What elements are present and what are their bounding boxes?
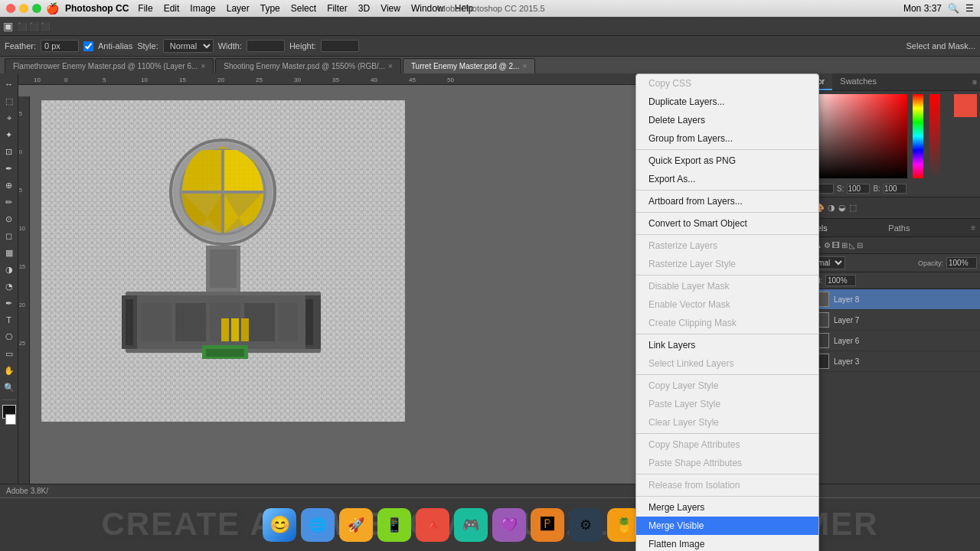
ctx-delete-layers[interactable]: Delete Layers	[636, 111, 818, 129]
ctx-quick-export[interactable]: Quick Export as PNG	[636, 152, 818, 170]
close-button[interactable]	[6, 4, 15, 13]
toolbar-row: Feather: Anti-alias Style: Normal Width:…	[0, 35, 980, 57]
control-center-icon[interactable]: ☰	[965, 3, 974, 14]
search-icon[interactable]: 🔍	[948, 3, 959, 14]
crop-tool[interactable]: ⊡	[2, 144, 17, 159]
layer-icon-8[interactable]: ⊟	[857, 241, 863, 249]
layer-item-3[interactable]: 👁 Layer 3	[797, 351, 980, 372]
eraser-tool[interactable]: ◻	[2, 228, 17, 243]
dock-icon-app2[interactable]: 💜	[492, 508, 526, 542]
layer-icon-6[interactable]: ⊞	[841, 241, 848, 249]
tab-swatches[interactable]: Swatches	[832, 73, 884, 90]
dock-icon-app1[interactable]: 📱	[377, 508, 411, 542]
ctx-merge-layers[interactable]: Merge Layers	[636, 498, 818, 517]
tab-2-close[interactable]: ×	[522, 62, 527, 70]
menu-layer[interactable]: Layer	[222, 3, 254, 14]
ctx-link-layers[interactable]: Link Layers	[636, 336, 818, 354]
blur-tool[interactable]: ◑	[2, 262, 17, 277]
move-tool[interactable]: ↔	[2, 77, 17, 92]
menu-file[interactable]: File	[133, 3, 157, 14]
feather-input[interactable]	[41, 40, 79, 52]
fill-input[interactable]	[825, 275, 856, 286]
menu-type[interactable]: Type	[256, 3, 285, 14]
antialias-checkbox[interactable]	[83, 41, 93, 51]
dock-icon-vlc[interactable]: 🔺	[416, 508, 449, 542]
shape-tool[interactable]: ▭	[2, 346, 17, 361]
menu-filter[interactable]: Filter	[322, 3, 352, 14]
app-name[interactable]: Photoshop CC	[65, 3, 129, 14]
layer-item-8[interactable]: 👁 Layer 8	[797, 289, 980, 310]
brush-tool[interactable]: ✏	[2, 194, 17, 210]
ctx-export-as[interactable]: Export As...	[636, 170, 818, 188]
dock-icon-finder[interactable]: 😊	[263, 508, 296, 542]
hue-slider[interactable]	[913, 94, 923, 178]
ctx-copy-css[interactable]: Copy CSS	[636, 74, 818, 93]
dock-icon-rocket[interactable]: 🚀	[339, 508, 373, 542]
dock-icon-app3[interactable]: ⚙	[569, 508, 603, 542]
apple-menu[interactable]: 🍎	[46, 2, 59, 15]
path-tool[interactable]: ⎔	[2, 329, 17, 344]
layer-icon-7[interactable]: ◺	[849, 241, 855, 249]
width-input[interactable]	[247, 40, 285, 52]
opacity-input[interactable]	[946, 257, 977, 269]
tab-1-label: Shooting Enemy Master.psd @ 1550% (RGB/.…	[224, 62, 385, 70]
tab-1[interactable]: Shooting Enemy Master.psd @ 1550% (RGB/.…	[215, 58, 401, 73]
dock-icon-chrome[interactable]: 🌐	[301, 508, 335, 542]
ctx-group-from-layers[interactable]: Group from Layers...	[636, 129, 818, 148]
tab-1-close[interactable]: ×	[388, 62, 393, 70]
ctx-release-isolation: Release from Isolation	[636, 476, 818, 494]
ctx-convert-smart[interactable]: Convert to Smart Object	[636, 214, 818, 233]
svg-text:15: 15	[19, 264, 25, 269]
adj-icon-4[interactable]: ⬚	[849, 203, 857, 213]
tab-2[interactable]: Turret Enemy Master.psd @ 2... ×	[403, 58, 535, 73]
tab-0[interactable]: Flamethrower Enemy Master.psd @ 1100% (L…	[5, 58, 214, 73]
height-input[interactable]	[321, 40, 359, 52]
layer-item-6[interactable]: 👁 Layer 6	[797, 331, 980, 351]
magic-wand-tool[interactable]: ✦	[2, 127, 17, 142]
ctx-flatten-image[interactable]: Flatten Image	[636, 535, 818, 551]
pen-tool[interactable]: ✒	[2, 295, 17, 311]
ctx-artboard[interactable]: Artboard from Layers...	[636, 192, 818, 210]
paths-tab[interactable]: Paths	[888, 223, 910, 233]
lasso-tool[interactable]: ⌖	[2, 110, 17, 126]
adj-icon-3[interactable]: ◒	[838, 203, 846, 213]
layer-icon-4[interactable]: ⚙	[824, 241, 831, 249]
style-select[interactable]: Normal	[163, 39, 214, 53]
healing-tool[interactable]: ⊕	[2, 178, 17, 193]
ctx-duplicate-layers[interactable]: Duplicate Layers...	[636, 93, 818, 111]
selection-tool[interactable]: ⬚	[2, 93, 17, 109]
tab-0-close[interactable]: ×	[201, 62, 205, 70]
maximize-button[interactable]	[32, 4, 41, 13]
dodge-tool[interactable]: ◔	[2, 279, 17, 294]
traffic-lights	[6, 4, 41, 13]
menu-image[interactable]: Image	[185, 3, 220, 14]
ctx-merge-visible[interactable]: Merge Visible	[636, 517, 818, 535]
color-panel: H: S: B:	[797, 91, 980, 197]
saturation-input[interactable]	[847, 184, 870, 194]
background-color[interactable]	[5, 414, 16, 425]
dock-icon-ps[interactable]: 🅿	[531, 508, 564, 542]
clone-tool[interactable]: ⊙	[2, 211, 17, 227]
menu-edit[interactable]: Edit	[159, 3, 185, 14]
ctx-paste-style: Paste Layer Style	[636, 395, 818, 413]
dock-icon-unity[interactable]: 🎮	[454, 508, 488, 542]
pixel-canvas-bg	[41, 100, 405, 422]
alpha-slider[interactable]	[929, 94, 940, 178]
gradient-tool[interactable]: ▦	[2, 245, 17, 260]
zoom-tool[interactable]: 🔍	[2, 380, 17, 395]
layer-icon-5[interactable]: 🎞	[832, 241, 840, 249]
ctx-enable-vector: Enable Vector Mask	[636, 295, 818, 314]
panel-menu-icon[interactable]: ≡	[972, 78, 977, 86]
layer-item-7[interactable]: 👁 Layer 7	[797, 310, 980, 331]
brightness-input[interactable]	[884, 184, 906, 194]
text-tool[interactable]: T	[2, 312, 17, 328]
select-mask-btn[interactable]: Select and Mask...	[906, 41, 976, 51]
adj-icon-2[interactable]: ◑	[828, 203, 835, 213]
minimize-button[interactable]	[19, 4, 28, 13]
hand-tool[interactable]: ✋	[2, 363, 17, 378]
menu-select[interactable]: Select	[286, 3, 321, 14]
layers-panel-menu[interactable]: ≡	[971, 223, 975, 232]
menu-3d[interactable]: 3D	[354, 3, 374, 14]
eyedropper-tool[interactable]: ✒	[2, 161, 17, 176]
menu-view[interactable]: View	[376, 3, 405, 14]
